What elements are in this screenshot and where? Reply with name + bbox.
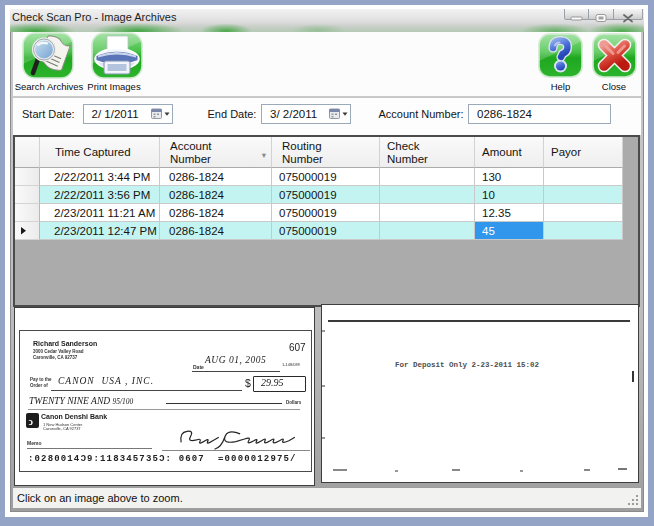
- svg-text:ↄ: ↄ: [29, 416, 34, 427]
